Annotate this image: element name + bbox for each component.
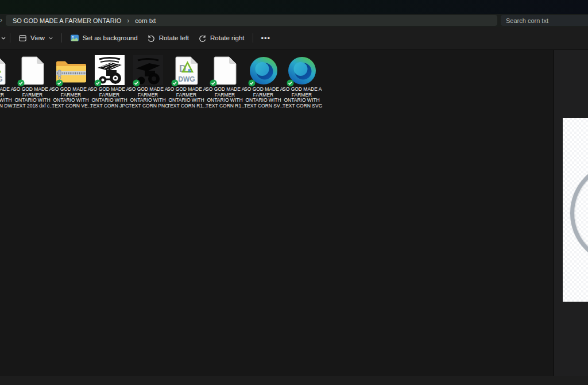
chevron-down-icon[interactable] [1,35,6,41]
file-name: SO GOD MADE AFARMER ONTARIO WITHTEXT COR… [52,87,90,109]
png-thumbnail-dark-art [132,53,164,85]
breadcrumb-chevron-icon[interactable]: › [127,17,129,25]
file-tile[interactable]: DsDWG SO GOD MADE AFARMER ONTARIO WITHTE… [167,53,206,109]
blank-document-file-icon [17,53,49,85]
set-as-background-label: Set as background [83,34,138,41]
zipped-folder-icon [55,53,87,85]
address-bar[interactable]: SO GOD MADE A FARMER ONTARIO › corn txt [6,15,497,26]
rotate-right-icon [198,34,207,43]
toolbar-separator [253,33,253,43]
onedrive-synced-icon [17,79,25,86]
view-icon [18,34,27,43]
file-tile[interactable]: SO GOD MADE AFARMER ONTARIO WITHTEXT COR… [244,53,283,109]
file-explorer-window: › SO GOD MADE A FARMER ONTARIO › corn tx… [0,0,588,385]
file-tile[interactable]: DsDWG SO GOD MADE AFARMER ONTARIO WITHTE… [0,53,13,109]
file-tile[interactable]: SO GOD MADE AFARMER ONTARIO WITHTEXT COR… [90,53,129,109]
toolbar-separator [61,33,62,43]
file-name: SO GOD MADE AFARMER ONTARIO WITHTEXT COR… [283,87,321,109]
onedrive-synced-icon [133,79,140,86]
blank-document-file-icon [209,53,241,85]
breadcrumb-current-folder[interactable]: corn txt [135,17,156,24]
rotate-left-icon [147,34,156,43]
file-name: SO GOD MADE AFARMER ONTARIO WITHTEXT COR… [244,87,283,109]
draftsight-dwg-file-icon: DsDWG [0,53,10,85]
see-more-button[interactable]: ••• [257,31,276,45]
address-row: › SO GOD MADE A FARMER ONTARIO › corn tx… [0,14,588,27]
file-list-area[interactable]: DsDWG SO GOD MADE AFARMER ONTARIO WITHTE… [0,50,553,376]
files-row: DsDWG SO GOD MADE AFARMER ONTARIO WITHTE… [0,53,321,109]
view-button-label: View [30,34,45,41]
search-placeholder: Search corn txt [506,17,548,24]
svg-text:DWG: DWG [178,75,195,83]
file-tile[interactable]: SO GOD MADE AFARMER ONTARIO WITHTEXT 201… [13,53,52,109]
file-name: SO GOD MADE AFARMER ONTARIO WITHTEXT 201… [13,87,52,109]
file-name: SO GOD MADE AFARMER ONTARIO WITHTEXT COR… [90,87,129,109]
background-window-fragment [553,50,588,376]
bottom-bar [0,376,588,385]
image-preview-fragment [563,118,588,302]
view-dropdown-button[interactable]: View [14,31,58,45]
draftsight-dwg-file-icon: DsDWG [171,53,203,85]
file-tile[interactable]: SO GOD MADE AFARMER ONTARIO WITHTEXT COR… [206,53,244,109]
onedrive-synced-icon [287,79,294,86]
gray-ring-graphic [570,161,588,265]
search-input[interactable]: Search corn txt [501,15,588,26]
onedrive-synced-icon [248,79,256,86]
command-toolbar: View Set as background Rotate left Rotat… [0,27,588,49]
file-tile[interactable]: SO GOD MADE AFARMER ONTARIO WITHTEXT COR… [129,53,167,109]
ellipsis-icon: ••• [261,34,271,43]
wallpaper-icon [70,33,79,43]
window-title-band [0,0,588,14]
rotate-right-label: Rotate right [210,34,244,41]
breadcrumb-chevron-icon: › [0,16,2,24]
file-tile[interactable]: SO GOD MADE AFARMER ONTARIO WITHTEXT COR… [52,53,90,109]
breadcrumb-parent-folder[interactable]: SO GOD MADE A FARMER ONTARIO [13,17,121,24]
onedrive-synced-icon [171,79,179,86]
file-name: SO GOD MADE AFARMER ONTARIO WITHTEXT COR… [129,87,167,109]
svg-text:DWG: DWG [0,75,2,83]
jpg-thumbnail-tractor-art [94,53,126,85]
onedrive-synced-icon [210,79,217,86]
toolbar-separator [10,33,10,43]
file-name: SO GOD MADE AFARMER ONTARIO WITHTEXT COR… [206,87,244,109]
edge-browser-svg-file-icon [247,53,280,85]
file-tile[interactable]: SO GOD MADE AFARMER ONTARIO WITHTEXT COR… [283,53,321,109]
onedrive-synced-icon [56,79,63,86]
file-name: SO GOD MADE AFARMER ONTARIO WITHTEXT COR… [0,87,13,109]
rotate-right-button[interactable]: Rotate right [194,31,249,45]
rotate-left-button[interactable]: Rotate left [142,31,194,45]
set-as-background-button[interactable]: Set as background [65,30,142,45]
edge-browser-svg-file-icon [286,53,318,85]
rotate-left-label: Rotate left [159,34,189,41]
file-name: SO GOD MADE AFARMER ONTARIO WITHTEXT COR… [167,87,206,109]
chevron-down-icon [48,36,53,41]
svg-text:s: s [188,67,191,74]
onedrive-synced-icon [94,79,102,86]
